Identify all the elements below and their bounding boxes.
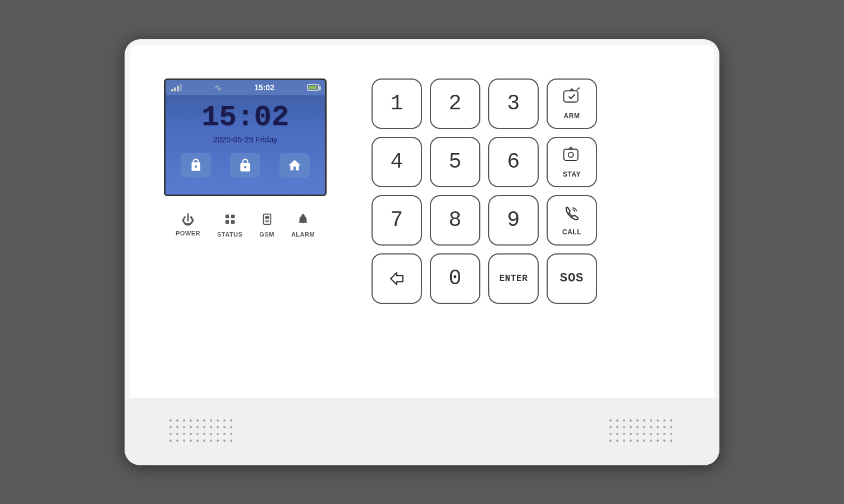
- speaker-dot: [609, 440, 612, 442]
- svg-rect-1: [231, 214, 234, 218]
- speaker-dot: [196, 440, 199, 442]
- speaker-dot: [176, 419, 178, 422]
- speaker-dot: [169, 419, 172, 422]
- speaker-dot: [650, 419, 652, 422]
- speaker-dot: [616, 433, 618, 435]
- right-speaker: [609, 419, 675, 444]
- key-enter-button[interactable]: ENTER: [488, 253, 539, 304]
- key-sos-button[interactable]: SOS: [547, 253, 597, 304]
- call-label: CALL: [562, 228, 581, 236]
- speaker-dot: [196, 426, 199, 428]
- speaker-dot: [636, 433, 639, 435]
- svg-rect-3: [231, 220, 234, 223]
- speaker-dot: [196, 433, 199, 435]
- speaker-dot: [230, 440, 232, 442]
- lcd-buttons: [166, 153, 325, 178]
- speaker-dot: [630, 433, 632, 435]
- key-8-button[interactable]: 8: [430, 195, 480, 246]
- alarm-label: ALARM: [291, 231, 315, 238]
- lcd-main-time: 15:02: [166, 101, 325, 134]
- speaker-dot: [623, 426, 625, 428]
- key-arm-button[interactable]: ARM: [547, 78, 597, 129]
- status-label: STATUS: [217, 231, 242, 238]
- speaker-dot: [223, 440, 226, 442]
- alarm-icon: [297, 213, 309, 229]
- speaker-dot: [657, 440, 659, 442]
- speaker-dot: [190, 426, 192, 428]
- speaker-dot: [643, 433, 645, 435]
- speaker-dot: [190, 433, 192, 435]
- key-back-button[interactable]: [371, 253, 422, 304]
- device-inner: ∿ 15:02 15:02 2020-05-29 Friday: [130, 45, 714, 398]
- key-9-button[interactable]: 9: [488, 195, 539, 246]
- speaker-dot: [217, 419, 219, 422]
- speaker-dot: [663, 419, 666, 422]
- svg-rect-4: [263, 214, 270, 224]
- speaker-dot: [630, 426, 632, 428]
- speaker-dot: [169, 440, 172, 442]
- speaker-dot: [183, 433, 185, 435]
- speaker-dot: [636, 426, 639, 428]
- svg-rect-0: [225, 214, 228, 218]
- speaker-dot: [217, 433, 219, 435]
- speaker-dot: [169, 426, 172, 428]
- speaker-dot: [643, 440, 645, 442]
- key-stay-button[interactable]: STAY: [547, 137, 597, 187]
- speaker-dot: [616, 440, 618, 442]
- key-2-button[interactable]: 2: [430, 78, 480, 129]
- svg-rect-8: [564, 91, 578, 102]
- speaker-dot: [650, 433, 652, 435]
- key-7-button[interactable]: 7: [371, 195, 422, 246]
- keypad: 1 2 3 AR: [371, 78, 597, 304]
- key-4-button[interactable]: 4: [371, 137, 422, 187]
- speaker-dot: [196, 419, 199, 422]
- svg-rect-10: [564, 149, 578, 160]
- speaker-dot: [630, 440, 632, 442]
- alarm-panel-device: ∿ 15:02 15:02 2020-05-29 Friday: [125, 39, 719, 465]
- speaker-dot: [670, 419, 672, 422]
- speaker-dot: [203, 440, 205, 442]
- speaker-dot: [203, 426, 205, 428]
- key-3-button[interactable]: 3: [488, 78, 539, 129]
- speaker-dot: [183, 426, 185, 428]
- key-1-button[interactable]: 1: [371, 78, 422, 129]
- svg-line-9: [577, 88, 580, 90]
- enter-label: ENTER: [499, 274, 528, 284]
- speaker-dot: [217, 426, 219, 428]
- speaker-dot: [176, 433, 178, 435]
- speaker-dot: [210, 440, 212, 442]
- speaker-dot: [663, 440, 666, 442]
- lcd-lock-button[interactable]: [230, 153, 260, 178]
- speaker-dot: [176, 440, 178, 442]
- speaker-dot: [183, 419, 185, 422]
- lcd-status-bar: ∿ 15:02: [166, 80, 325, 95]
- speaker-dot: [190, 419, 192, 422]
- key-6-button[interactable]: 6: [488, 137, 539, 187]
- sos-label: SOS: [560, 271, 584, 285]
- gsm-icon: [261, 213, 273, 229]
- status-indicator: STATUS: [217, 213, 242, 238]
- speaker-dot: [609, 419, 612, 422]
- speaker-dot: [176, 426, 178, 428]
- speaker-dot: [670, 440, 672, 442]
- speaker-dot: [223, 419, 226, 422]
- svg-rect-5: [265, 216, 269, 219]
- speaker-dot: [230, 419, 232, 422]
- battery-icon: [307, 84, 319, 91]
- svg-rect-2: [225, 220, 228, 223]
- speaker-dot: [230, 426, 232, 428]
- lcd-unlock-button[interactable]: [181, 153, 211, 178]
- speaker-dot: [203, 433, 205, 435]
- call-icon: [562, 204, 581, 227]
- speaker-dot: [670, 426, 672, 428]
- speaker-dot: [210, 426, 212, 428]
- indicators-row: ⏻ POWER STATUS: [176, 213, 315, 238]
- key-5-button[interactable]: 5: [430, 137, 480, 187]
- key-0-button[interactable]: 0: [430, 253, 480, 304]
- speaker-dot: [609, 426, 612, 428]
- lcd-home-button[interactable]: [279, 153, 310, 178]
- speaker-dot: [223, 433, 226, 435]
- key-call-button[interactable]: CALL: [547, 195, 597, 246]
- speaker-dot: [203, 419, 205, 422]
- speaker-dot: [616, 419, 618, 422]
